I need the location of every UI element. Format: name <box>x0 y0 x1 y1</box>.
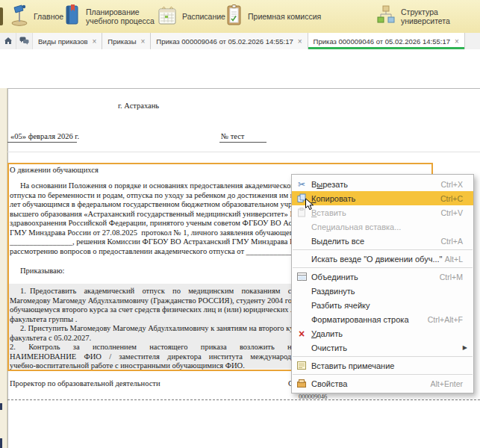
nav-label: Расписание <box>182 12 225 21</box>
sections-panel: Главное Планирование учебного процесса Р… <box>0 0 480 34</box>
number-underline <box>219 142 267 143</box>
doc-signature: Проректор по образовательной деятельност… <box>10 379 160 388</box>
menu-shortcut: Ctrl+X <box>441 180 473 189</box>
menu-shortcut: Alt+L <box>445 255 473 264</box>
delete-x-icon: × <box>292 329 311 339</box>
properties-icon <box>292 379 311 388</box>
menu-item-paste[interactable]: Вставить Ctrl+V <box>292 205 473 220</box>
calendar-icon <box>158 5 177 28</box>
menu-item-label: Вставить примечание <box>311 361 394 370</box>
nav-label: Планирование учебного процесса <box>86 7 169 25</box>
orgchart-icon <box>376 5 396 28</box>
row-header-strip[interactable] <box>0 88 7 448</box>
tab-order-document-2-active[interactable]: Приказ 000009046 от 05.02.2026 14:55:17 … <box>308 33 465 49</box>
menu-item-label: Вырезать <box>311 180 348 189</box>
menu-item-properties[interactable]: Свойства Alt+Enter <box>292 376 473 391</box>
menu-shortcut: Alt+Enter <box>431 379 473 388</box>
menu-item-label: Объединить <box>311 273 358 281</box>
doc-city: г. Астрахань <box>118 102 159 110</box>
menu-item-insert-note[interactable]: Вставить примечание <box>292 358 473 373</box>
desk-lamp-icon <box>10 4 28 29</box>
book-icon <box>64 4 81 28</box>
menu-separator <box>293 249 473 250</box>
menu-shortcut: Ctrl+M <box>440 273 473 281</box>
doc-number: № тест <box>221 132 244 140</box>
chat-icon <box>19 34 29 48</box>
note-icon <box>292 361 311 370</box>
spreadsheet-toolbar: Печать Копий: 1 ▲▼ <box>0 66 480 83</box>
nav-label: Структура университета <box>401 7 480 25</box>
close-icon[interactable]: × <box>455 37 459 46</box>
menu-separator <box>293 374 473 375</box>
menu-item-split-cell[interactable]: Разбить ячейку <box>292 298 473 312</box>
close-icon[interactable]: × <box>298 37 302 46</box>
menu-item-label: Искать везде "О движении обуч..." <box>311 255 442 264</box>
doc-date: «05» февраля 2026 г. <box>10 132 79 140</box>
menu-item-label: Очистить <box>311 343 347 352</box>
merge-cells-icon <box>292 273 311 281</box>
app-window: Главное Планирование учебного процесса Р… <box>0 0 480 448</box>
tab-label: Приказ 000009046 от 05.02.2026 14:55:17 <box>156 37 293 46</box>
page-break-line <box>7 399 480 400</box>
menu-shortcut: Ctrl+C <box>440 194 473 203</box>
close-icon[interactable]: × <box>93 37 97 46</box>
tab-label: Виды приказов <box>38 37 88 46</box>
menu-item-label: Форматированная строка <box>311 315 409 324</box>
nav-item-edu-planning[interactable]: Планирование учебного процесса <box>64 0 169 33</box>
menu-item-search-everywhere[interactable]: Искать везде "О движении обуч..." Alt+L <box>292 252 473 266</box>
menu-separator <box>293 267 473 268</box>
date-underline <box>7 142 77 143</box>
menu-item-label: Специальная вставка... <box>311 223 401 231</box>
tab-orders[interactable]: Приказы × <box>102 33 151 49</box>
menu-item-label: Выделить все <box>311 237 364 246</box>
mouse-cursor <box>305 198 314 214</box>
home-tab-button[interactable] <box>0 33 16 49</box>
tab-label: Приказы <box>107 37 136 46</box>
menu-shortcut: Ctrl+A <box>441 237 473 246</box>
menu-shortcut: Ctrl+Alt+F <box>428 315 473 324</box>
tab-strip: Виды приказов × Приказы × Приказ 0000090… <box>0 33 480 50</box>
clipped-section-icon <box>0 7 3 25</box>
menu-item-cut[interactable]: ✂ Вырезать Ctrl+X <box>292 177 473 191</box>
menu-item-formatted-string[interactable]: Форматированная строка Ctrl+Alt+F <box>292 312 473 326</box>
tab-order-document-1[interactable]: Приказ 000009046 от 05.02.2026 14:55:17 … <box>151 33 308 49</box>
scissors-icon: ✂ <box>292 180 311 189</box>
row-marker <box>0 403 2 410</box>
nav-label: Главное <box>34 12 63 21</box>
home-icon <box>4 34 13 48</box>
menu-item-spread[interactable]: Раздвинуть <box>292 284 473 298</box>
submenu-arrow-icon: ▶ <box>463 344 473 351</box>
cell-border <box>7 152 480 152</box>
menu-item-clear[interactable]: Очистить ▶ <box>292 340 473 355</box>
discussions-tab-button[interactable] <box>16 33 33 49</box>
nav-item-admissions[interactable]: Приемная комиссия <box>226 0 321 33</box>
close-icon[interactable]: × <box>141 37 146 46</box>
nav-item-main[interactable]: Главное <box>10 0 63 33</box>
context-menu: ✂ Вырезать Ctrl+X Копировать Ctrl+C Вста… <box>291 174 474 393</box>
nav-item-university-structure[interactable]: Структура университета <box>376 0 480 33</box>
menu-shortcut: Ctrl+V <box>441 208 473 217</box>
tab-order-types[interactable]: Виды приказов × <box>33 33 102 49</box>
row-marker <box>0 438 2 448</box>
nav-label: Приемная комиссия <box>248 12 321 21</box>
tab-label: Приказ 000009046 от 05.02.2026 14:55:17 <box>314 37 450 46</box>
menu-item-delete[interactable]: × Удалить <box>292 326 473 340</box>
document-title-bar: ← → Приказ 000009046 от 05.02.2026 14:55… <box>0 49 480 66</box>
menu-item-paste-special[interactable]: Специальная вставка... <box>292 220 473 234</box>
menu-item-label: Вставить <box>311 208 346 217</box>
menu-item-copy[interactable]: Копировать Ctrl+C <box>292 191 473 205</box>
menu-item-label: Удалить <box>311 329 343 338</box>
clipboard-icon <box>226 4 243 28</box>
nav-item-schedule[interactable]: Расписание <box>158 0 225 33</box>
menu-item-label: Раздвинуть <box>311 287 355 296</box>
menu-separator <box>293 356 473 357</box>
menu-item-label: Свойства <box>311 379 347 388</box>
menu-item-label: Разбить ячейку <box>311 301 370 310</box>
menu-item-merge-cells[interactable]: Объединить Ctrl+M <box>292 270 473 284</box>
menu-item-label: Копировать <box>311 194 355 203</box>
menu-item-select-all[interactable]: Выделить все Ctrl+A <box>292 234 473 248</box>
